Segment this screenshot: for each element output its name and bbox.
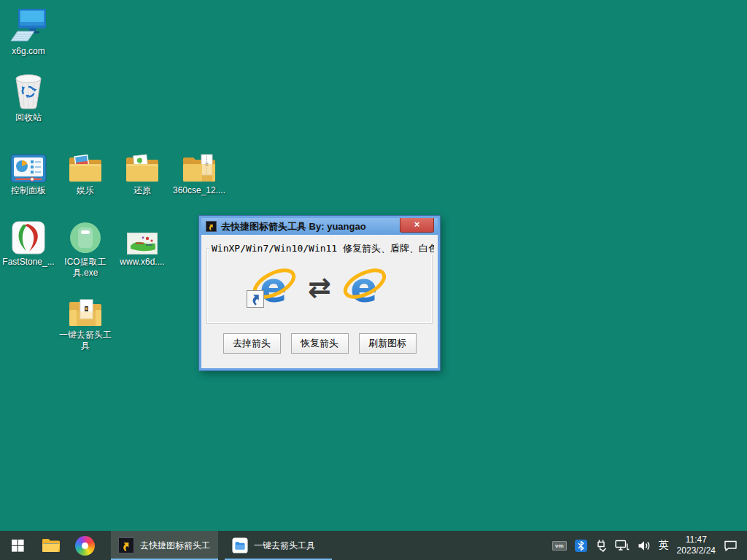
task-button-label: 去快捷图标箭头工... xyxy=(140,540,211,552)
folder-icon xyxy=(114,145,171,183)
folder-icon xyxy=(57,289,114,327)
windows-logo-icon xyxy=(12,540,24,552)
browser-button[interactable] xyxy=(67,531,102,560)
desktop-icon-recycle-bin[interactable]: 回收站 xyxy=(0,72,57,123)
file-explorer-icon xyxy=(42,537,61,553)
faststone-icon xyxy=(0,217,57,254)
ie-icon-with-arrow: e xyxy=(252,265,297,310)
restore-arrow-button[interactable]: 恢复箭头 xyxy=(291,333,349,354)
desktop-icon-folder-arrow-tool[interactable]: 一键去箭头工具 xyxy=(57,289,114,351)
remove-arrow-button[interactable]: 去掉箭头 xyxy=(223,333,281,354)
desktop-icon-image-www-x6d[interactable]: www.x6d.... xyxy=(114,217,171,268)
recycle-bin-icon xyxy=(0,72,57,110)
desktop-icon-label: 360cse_12.... xyxy=(171,185,228,196)
clock-date: 2023/2/24 xyxy=(677,545,716,556)
window-titlebar[interactable]: 去快捷图标箭头工具 By: yuangao × xyxy=(201,218,438,235)
task-button-label: 一键去箭头工具 xyxy=(254,540,315,552)
ime-language-indicator[interactable]: 英 xyxy=(659,539,669,552)
volume-icon[interactable] xyxy=(638,540,651,551)
window-client-area: WinXP/Win7/Win10/Win11 修复箭头、盾牌、白色小方块 e xyxy=(201,235,438,354)
window-title: 去快捷图标箭头工具 By: yuangao xyxy=(221,220,366,233)
window-app-icon xyxy=(206,221,217,232)
browser-pinwheel-icon xyxy=(75,536,95,556)
shortcut-arrow-overlay-icon xyxy=(247,290,264,311)
info-groupbox: WinXP/Win7/Win10/Win11 修复箭头、盾牌、白色小方块 e xyxy=(206,248,433,324)
desktop-icon-label: FastStone_... xyxy=(0,257,57,268)
icon-preview-row: e ⇄ e xyxy=(207,249,432,310)
refresh-icons-button[interactable]: 刷新图标 xyxy=(359,333,417,354)
folder-icon xyxy=(171,145,228,183)
taskbar-button-group: 去快捷图标箭头工... 一键去箭头工具 xyxy=(111,531,332,560)
action-center-icon[interactable] xyxy=(724,540,738,552)
this-pc-icon xyxy=(0,6,57,44)
image-thumbnail-icon xyxy=(114,217,171,254)
desktop-icon-this-pc[interactable]: x6g.com xyxy=(0,6,57,57)
control-panel-icon xyxy=(0,145,57,183)
swap-arrows-icon: ⇄ xyxy=(308,273,331,301)
dialog-button-row: 去掉箭头 恢复箭头 刷新图标 xyxy=(206,333,433,354)
network-icon[interactable] xyxy=(615,540,630,551)
taskbar: 去快捷图标箭头工... 一键去箭头工具 vm xyxy=(0,531,747,560)
ico-tool-icon xyxy=(57,217,114,254)
taskbar-clock[interactable]: 11:47 2023/2/24 xyxy=(677,534,716,556)
system-tray: vm xyxy=(552,531,747,560)
bluetooth-icon[interactable] xyxy=(575,540,587,552)
desktop-icon-folder-360cse[interactable]: 360cse_12.... xyxy=(171,145,228,196)
desktop-icon-faststone[interactable]: FastStone_... xyxy=(0,217,57,268)
desktop-icon-label: x6g.com xyxy=(0,46,57,57)
arrow-tool-task-icon xyxy=(118,537,134,553)
close-button[interactable]: × xyxy=(400,218,434,233)
desktop-icon-label: 娱乐 xyxy=(57,185,114,196)
folder-tool-task-icon xyxy=(232,537,248,553)
desktop-icon-ico-extract-tool[interactable]: ICO提取工具.exe xyxy=(57,217,114,279)
desktop-icon-label: 回收站 xyxy=(0,112,57,123)
folder-icon xyxy=(57,145,114,183)
desktop-icon-label: ICO提取工具.exe xyxy=(57,257,114,279)
vmware-tray-icon[interactable]: vm xyxy=(552,541,567,551)
desktop-icon-folder-entertainment[interactable]: 娱乐 xyxy=(57,145,114,196)
desktop-icon-folder-restore[interactable]: 还原 xyxy=(114,145,171,196)
desktop-icon-control-panel[interactable]: 控制面板 xyxy=(0,145,57,196)
desktop-icon-label: 控制面板 xyxy=(0,185,57,196)
taskbar-task-arrow-tool[interactable]: 去快捷图标箭头工... xyxy=(111,531,218,560)
clock-time: 11:47 xyxy=(677,534,716,545)
arrow-tool-window: 去快捷图标箭头工具 By: yuangao × WinXP/Win7/Win10… xyxy=(199,216,440,370)
desktop-icon-label: 一键去箭头工具 xyxy=(57,330,114,351)
file-explorer-button[interactable] xyxy=(35,531,67,560)
usb-device-icon[interactable] xyxy=(595,539,607,552)
desktop-icon-label: www.x6d.... xyxy=(114,257,171,268)
taskbar-task-folder-tool[interactable]: 一键去箭头工具 xyxy=(225,531,332,560)
ie-icon-clean: e xyxy=(342,265,387,310)
desktop-icon-label: 还原 xyxy=(114,185,171,196)
start-button[interactable] xyxy=(0,531,35,560)
groupbox-caption: WinXP/Win7/Win10/Win11 修复箭头、盾牌、白色小方块 xyxy=(209,242,434,255)
